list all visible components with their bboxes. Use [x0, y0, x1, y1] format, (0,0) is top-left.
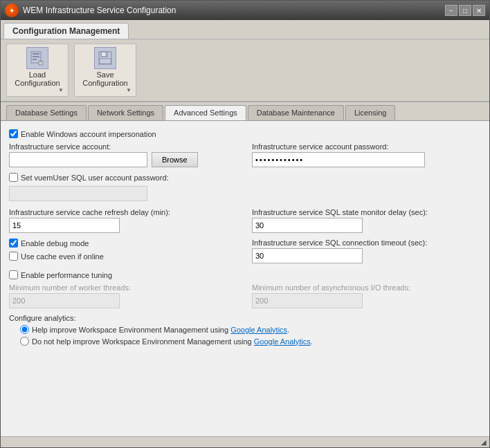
browse-button[interactable]: Browse — [152, 152, 198, 167]
enable-perf-label: Enable performance tuning — [21, 271, 112, 279]
svg-rect-1 — [33, 53, 39, 55]
enable-perf-row: Enable performance tuning — [9, 270, 481, 279]
tab-advanced-settings[interactable]: Advanced Settings — [165, 105, 246, 120]
sql-connection-label: Infrastructure service SQL connection ti… — [252, 239, 481, 247]
cache-refresh-input[interactable]: 15 — [9, 218, 120, 233]
maximize-button[interactable]: □ — [459, 5, 471, 16]
save-label: Save Configuration — [78, 71, 133, 87]
async-threads-col: Minimum number of asynchronous I/O threa… — [252, 283, 481, 308]
sql-monitor-input[interactable]: 30 — [252, 218, 363, 233]
min-worker-label: Minimum number of worker threads: — [9, 283, 238, 292]
enable-perf-checkbox[interactable] — [9, 270, 18, 279]
analytics-no-radio[interactable] — [20, 337, 29, 346]
analytics-help-radio[interactable] — [20, 325, 29, 334]
infra-account-row: Infrastructure service account: Browse I… — [9, 142, 481, 167]
enable-debug-checkbox[interactable] — [9, 239, 18, 248]
cache-refresh-col: Infrastructure service cache refresh del… — [9, 208, 238, 233]
enable-debug-row: Enable debug mode — [9, 239, 238, 248]
infra-password-label: Infrastructure service account password: — [252, 142, 481, 151]
infra-password-col: Infrastructure service account password: — [252, 142, 481, 167]
cache-refresh-label: Infrastructure service cache refresh del… — [9, 208, 238, 216]
sql-connection-col: Infrastructure service SQL connection ti… — [252, 239, 481, 265]
close-button[interactable]: ✕ — [473, 5, 485, 16]
tab-database-maintenance[interactable]: Database Maintenance — [248, 105, 344, 120]
enable-impersonation-row: Enable Windows account impersonation — [9, 129, 481, 138]
infra-account-input[interactable] — [9, 152, 147, 167]
configure-analytics-label: Configure analytics: — [9, 314, 481, 322]
tab-network-settings[interactable]: Network Settings — [88, 105, 163, 120]
tab-licensing[interactable]: Licensing — [345, 105, 395, 120]
infra-account-col: Infrastructure service account: Browse — [9, 142, 238, 167]
infra-password-input[interactable] — [252, 152, 425, 167]
debug-connection-row: Enable debug mode Use cache even if onli… — [9, 239, 481, 265]
use-cache-checkbox[interactable] — [9, 252, 18, 261]
use-cache-row: Use cache even if online — [9, 252, 238, 261]
advanced-settings-section: Enable Windows account impersonation Inf… — [9, 129, 481, 346]
load-configuration-button[interactable]: Load Configuration ▼ — [6, 44, 69, 97]
analytics-section: Configure analytics: Help improve Worksp… — [9, 314, 481, 346]
app-icon: ✦ — [5, 3, 19, 17]
minimize-button[interactable]: − — [445, 5, 457, 16]
analytics-opt2-row: Do not help improve Workspace Environmen… — [20, 337, 481, 346]
set-vuem-checkbox[interactable] — [9, 173, 18, 182]
save-icon — [94, 47, 116, 69]
sql-monitor-col: Infrastructure service SQL state monitor… — [252, 208, 481, 233]
top-tab-bar: Configuration Management — [1, 20, 489, 39]
worker-threads-col: Minimum number of worker threads: 200 — [9, 283, 238, 308]
window-title: WEM Infrastructure Service Configuration — [23, 6, 176, 15]
svg-rect-2 — [33, 56, 39, 57]
debug-col: Enable debug mode Use cache even if onli… — [9, 239, 238, 265]
resize-handle: ◢ — [481, 438, 487, 446]
save-configuration-button[interactable]: Save Configuration ▼ — [74, 44, 136, 97]
analytics-opt1-label: Help improve Workspace Environment Manag… — [32, 326, 289, 334]
vuem-input[interactable] — [9, 186, 147, 201]
load-arrow: ▼ — [10, 87, 65, 93]
svg-rect-8 — [102, 53, 105, 56]
enable-impersonation-label: Enable Windows account impersonation — [21, 130, 156, 138]
enable-debug-label: Enable debug mode — [21, 239, 89, 248]
tab-configuration-management[interactable]: Configuration Management — [3, 23, 129, 39]
cache-sql-row: Infrastructure service cache refresh del… — [9, 208, 481, 233]
sql-connection-input[interactable]: 30 — [252, 248, 363, 263]
analytics-opt2-label: Do not help improve Workspace Environmen… — [32, 337, 313, 346]
analytics-opt2-text: Do not help improve Workspace Environmen… — [32, 337, 313, 346]
set-vuem-row: Set vuemUser SQL user account password: — [9, 173, 481, 182]
title-bar: ✦ WEM Infrastructure Service Configurati… — [1, 1, 489, 20]
main-window: ✦ WEM Infrastructure Service Configurati… — [0, 0, 490, 448]
min-async-label: Minimum number of asynchronous I/O threa… — [252, 283, 481, 292]
content-area: Enable Windows account impersonation Inf… — [1, 121, 489, 436]
analytics-opt1-row: Help improve Workspace Environment Manag… — [20, 325, 481, 334]
status-bar: ◢ — [1, 436, 489, 447]
google-analytics-link-2[interactable]: Google Analytics — [254, 337, 311, 346]
sql-monitor-label: Infrastructure service SQL state monitor… — [252, 208, 481, 216]
load-label: Load Configuration — [10, 71, 65, 87]
google-analytics-link-1[interactable]: Google Analytics — [230, 326, 287, 334]
svg-rect-3 — [33, 59, 37, 60]
save-arrow: ▼ — [78, 87, 133, 93]
infra-account-label: Infrastructure service account: — [9, 142, 238, 151]
title-bar-left: ✦ WEM Infrastructure Service Configurati… — [5, 3, 176, 17]
set-vuem-label: Set vuemUser SQL user account password: — [21, 174, 169, 182]
title-controls: − □ ✕ — [445, 5, 485, 16]
vuem-input-group — [9, 186, 481, 201]
svg-marker-4 — [39, 61, 43, 65]
analytics-opt1-text: Help improve Workspace Environment Manag… — [32, 326, 289, 334]
threads-row: Minimum number of worker threads: 200 Mi… — [9, 283, 481, 308]
use-cache-label: Use cache even if online — [21, 252, 104, 261]
enable-impersonation-checkbox[interactable] — [9, 129, 18, 138]
load-icon — [26, 47, 48, 69]
svg-rect-10 — [101, 60, 109, 62]
tab-database-settings[interactable]: Database Settings — [6, 105, 87, 120]
toolbar: Load Configuration ▼ Save Configuration … — [1, 39, 489, 102]
infra-account-input-group: Browse — [9, 152, 238, 167]
main-tab-bar: Database Settings Network Settings Advan… — [1, 102, 489, 121]
min-async-input[interactable]: 200 — [252, 293, 363, 308]
min-worker-input[interactable]: 200 — [9, 293, 120, 308]
